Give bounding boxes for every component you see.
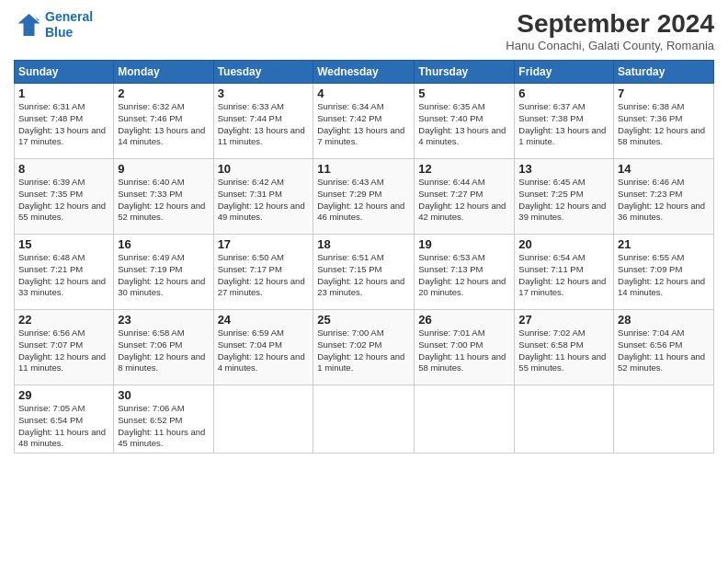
calendar-cell: 1Sunrise: 6:31 AMSunset: 7:48 PMDaylight… [15,84,114,159]
day-number: 7 [618,86,710,100]
calendar-cell: 18Sunrise: 6:51 AMSunset: 7:15 PMDayligh… [313,235,415,310]
day-info: Sunrise: 7:06 AMSunset: 6:52 PMDaylight:… [118,403,209,450]
day-info: Sunrise: 6:59 AMSunset: 7:04 PMDaylight:… [218,327,310,374]
calendar-week-1: 1Sunrise: 6:31 AMSunset: 7:48 PMDaylight… [15,84,714,159]
day-number: 21 [618,237,710,251]
calendar-cell: 3Sunrise: 6:33 AMSunset: 7:44 PMDaylight… [213,84,313,159]
day-info: Sunrise: 6:56 AMSunset: 7:07 PMDaylight:… [18,327,109,374]
day-number: 24 [218,313,310,327]
calendar-cell: 25Sunrise: 7:00 AMSunset: 7:02 PMDayligh… [313,310,415,385]
day-info: Sunrise: 6:34 AMSunset: 7:42 PMDaylight:… [317,101,410,148]
day-number: 27 [518,313,609,327]
day-info: Sunrise: 7:05 AMSunset: 6:54 PMDaylight:… [18,403,109,450]
logo-text: General Blue [45,9,93,40]
svg-marker-0 [18,14,40,36]
calendar-cell [415,385,515,454]
day-info: Sunrise: 6:42 AMSunset: 7:31 PMDaylight:… [218,177,310,224]
day-number: 2 [118,86,209,100]
day-number: 13 [518,162,609,176]
day-number: 20 [518,237,609,251]
location-subtitle: Hanu Conachi, Galati County, Romania [506,39,714,52]
day-info: Sunrise: 6:31 AMSunset: 7:48 PMDaylight:… [18,101,109,148]
day-info: Sunrise: 6:43 AMSunset: 7:29 PMDaylight:… [317,177,410,224]
day-info: Sunrise: 6:58 AMSunset: 7:06 PMDaylight:… [118,327,209,374]
logo-blue: Blue [45,25,73,40]
day-number: 23 [118,313,209,327]
calendar-cell: 10Sunrise: 6:42 AMSunset: 7:31 PMDayligh… [213,159,313,235]
calendar-cell: 21Sunrise: 6:55 AMSunset: 7:09 PMDayligh… [614,235,714,310]
calendar-cell: 17Sunrise: 6:50 AMSunset: 7:17 PMDayligh… [213,235,313,310]
day-number: 11 [317,162,410,176]
day-info: Sunrise: 7:01 AMSunset: 7:00 PMDaylight:… [418,327,510,374]
day-info: Sunrise: 6:45 AMSunset: 7:25 PMDaylight:… [518,177,609,224]
calendar-cell: 26Sunrise: 7:01 AMSunset: 7:00 PMDayligh… [415,310,515,385]
day-info: Sunrise: 6:40 AMSunset: 7:33 PMDaylight:… [118,177,209,224]
calendar-cell: 4Sunrise: 6:34 AMSunset: 7:42 PMDaylight… [313,84,415,159]
calendar-week-3: 15Sunrise: 6:48 AMSunset: 7:21 PMDayligh… [15,235,714,310]
calendar-cell: 13Sunrise: 6:45 AMSunset: 7:25 PMDayligh… [515,159,614,235]
day-number: 22 [18,313,109,327]
calendar-cell: 29Sunrise: 7:05 AMSunset: 6:54 PMDayligh… [15,385,114,454]
day-number: 17 [218,237,310,251]
day-number: 28 [618,313,710,327]
day-info: Sunrise: 6:38 AMSunset: 7:36 PMDaylight:… [618,101,710,148]
day-number: 16 [118,237,209,251]
day-number: 18 [317,237,410,251]
logo-general: General [45,9,93,24]
day-info: Sunrise: 6:39 AMSunset: 7:35 PMDaylight:… [18,177,109,224]
calendar-cell: 28Sunrise: 7:04 AMSunset: 6:56 PMDayligh… [614,310,714,385]
logo-icon [14,11,41,39]
day-info: Sunrise: 6:51 AMSunset: 7:15 PMDaylight:… [317,252,410,299]
day-number: 29 [18,388,109,402]
weekday-header-saturday: Saturday [614,61,714,84]
calendar-cell: 12Sunrise: 6:44 AMSunset: 7:27 PMDayligh… [415,159,515,235]
calendar-cell: 27Sunrise: 7:02 AMSunset: 6:58 PMDayligh… [515,310,614,385]
day-number: 15 [18,237,109,251]
day-info: Sunrise: 6:35 AMSunset: 7:40 PMDaylight:… [418,101,510,148]
day-number: 3 [218,86,310,100]
calendar-cell [515,385,614,454]
calendar-cell: 8Sunrise: 6:39 AMSunset: 7:35 PMDaylight… [15,159,114,235]
calendar-header-row: SundayMondayTuesdayWednesdayThursdayFrid… [15,61,714,84]
day-info: Sunrise: 6:54 AMSunset: 7:11 PMDaylight:… [518,252,609,299]
day-info: Sunrise: 6:33 AMSunset: 7:44 PMDaylight:… [218,101,310,148]
day-number: 8 [18,162,109,176]
calendar-cell: 15Sunrise: 6:48 AMSunset: 7:21 PMDayligh… [15,235,114,310]
weekday-header-thursday: Thursday [415,61,515,84]
day-info: Sunrise: 6:44 AMSunset: 7:27 PMDaylight:… [418,177,510,224]
day-number: 26 [418,313,510,327]
calendar-cell: 24Sunrise: 6:59 AMSunset: 7:04 PMDayligh… [213,310,313,385]
calendar-cell: 7Sunrise: 6:38 AMSunset: 7:36 PMDaylight… [614,84,714,159]
calendar-cell: 9Sunrise: 6:40 AMSunset: 7:33 PMDaylight… [114,159,213,235]
calendar-cell: 5Sunrise: 6:35 AMSunset: 7:40 PMDaylight… [415,84,515,159]
day-number: 5 [418,86,510,100]
calendar-cell: 6Sunrise: 6:37 AMSunset: 7:38 PMDaylight… [515,84,614,159]
page-header: General Blue September 2024 Hanu Conachi… [14,9,714,52]
calendar-cell: 30Sunrise: 7:06 AMSunset: 6:52 PMDayligh… [114,385,213,454]
day-number: 9 [118,162,209,176]
calendar-cell: 11Sunrise: 6:43 AMSunset: 7:29 PMDayligh… [313,159,415,235]
day-info: Sunrise: 7:02 AMSunset: 6:58 PMDaylight:… [518,327,609,374]
calendar-cell: 20Sunrise: 6:54 AMSunset: 7:11 PMDayligh… [515,235,614,310]
day-number: 25 [317,313,410,327]
day-number: 12 [418,162,510,176]
day-number: 4 [317,86,410,100]
weekday-header-friday: Friday [515,61,614,84]
day-info: Sunrise: 7:04 AMSunset: 6:56 PMDaylight:… [618,327,710,374]
day-info: Sunrise: 6:32 AMSunset: 7:46 PMDaylight:… [118,101,209,148]
day-number: 10 [218,162,310,176]
day-info: Sunrise: 6:37 AMSunset: 7:38 PMDaylight:… [518,101,609,148]
logo: General Blue [14,9,93,40]
calendar-week-2: 8Sunrise: 6:39 AMSunset: 7:35 PMDaylight… [15,159,714,235]
day-number: 30 [118,388,209,402]
weekday-header-sunday: Sunday [15,61,114,84]
calendar-cell: 22Sunrise: 6:56 AMSunset: 7:07 PMDayligh… [15,310,114,385]
calendar-cell: 23Sunrise: 6:58 AMSunset: 7:06 PMDayligh… [114,310,213,385]
day-info: Sunrise: 6:53 AMSunset: 7:13 PMDaylight:… [418,252,510,299]
day-number: 19 [418,237,510,251]
day-number: 6 [518,86,609,100]
page-container: General Blue September 2024 Hanu Conachi… [0,0,728,563]
calendar-week-4: 22Sunrise: 6:56 AMSunset: 7:07 PMDayligh… [15,310,714,385]
day-info: Sunrise: 6:55 AMSunset: 7:09 PMDaylight:… [618,252,710,299]
calendar-cell [213,385,313,454]
